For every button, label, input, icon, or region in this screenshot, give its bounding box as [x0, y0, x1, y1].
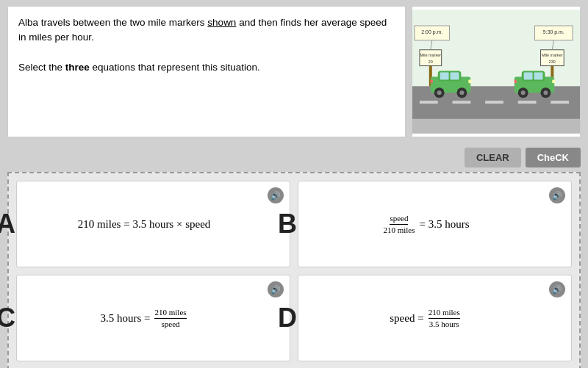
eq-c-left: 3.5 hours =	[100, 312, 150, 325]
audio-button-d[interactable]: 🔊	[549, 281, 565, 297]
svg-point-39	[543, 90, 548, 95]
toolbar: CLEAR CheCK	[0, 143, 588, 172]
svg-rect-7	[412, 119, 580, 134]
eq-b-equals: = 3.5 hours	[420, 218, 470, 231]
audio-button-c[interactable]: 🔊	[268, 281, 284, 297]
problem-line1: Alba travels between the two mile marker…	[18, 15, 395, 46]
check-button[interactable]: CheCK	[526, 148, 581, 167]
scene-panel: 2:00 p.m. Mile marker 20 5:30 p.m. Mile …	[412, 6, 581, 137]
label-b: B	[278, 209, 297, 239]
shown-link[interactable]: shown	[207, 17, 236, 28]
eq-d-left: speed =	[390, 312, 423, 325]
svg-rect-35	[534, 72, 543, 79]
answer-area: A 🔊 210 miles = 3.5 hours × speed B 🔊 sp…	[7, 172, 581, 368]
clear-button[interactable]: CLEAR	[465, 148, 521, 167]
fraction-d: 210 miles 3.5 hours	[429, 308, 460, 328]
svg-text:Mile marker: Mile marker	[542, 53, 563, 57]
bold-three: three	[65, 62, 90, 73]
equation-b: speed 210 miles = 3.5 hours	[381, 214, 469, 234]
answer-card-a[interactable]: A 🔊 210 miles = 3.5 hours × speed	[16, 181, 290, 267]
svg-rect-25	[451, 72, 459, 79]
equation-d: speed = 210 miles 3.5 hours	[390, 308, 461, 328]
svg-rect-41	[514, 79, 517, 83]
answer-card-d[interactable]: D 🔊 speed = 210 miles 3.5 hours	[298, 275, 572, 361]
answer-card-c[interactable]: C 🔊 3.5 hours = 210 miles speed	[16, 275, 290, 361]
svg-text:2:00 p.m.: 2:00 p.m.	[421, 29, 442, 35]
fraction-b-numerator: speed	[390, 214, 408, 224]
label-a: A	[0, 209, 15, 239]
equation-a: 210 miles = 3.5 hours × speed	[78, 218, 211, 231]
label-c: C	[0, 303, 15, 333]
fraction-c-denominator: speed	[161, 319, 179, 328]
svg-text:20: 20	[429, 59, 433, 64]
fraction-b-denominator: 210 miles	[383, 225, 415, 234]
problem-text: Alba travels between the two mile marker…	[7, 6, 406, 137]
eq-a-text: 210 miles = 3.5 hours × speed	[78, 218, 211, 231]
fraction-c: 210 miles speed	[154, 308, 186, 328]
svg-rect-40	[552, 79, 555, 83]
svg-text:5:30 p.m.: 5:30 p.m.	[543, 29, 564, 35]
svg-rect-31	[431, 79, 433, 83]
audio-button-b[interactable]: 🔊	[549, 187, 565, 203]
svg-text:Mile marker: Mile marker	[420, 53, 442, 57]
equation-c: 3.5 hours = 210 miles speed	[100, 308, 187, 328]
svg-rect-24	[440, 72, 449, 79]
svg-rect-3	[453, 101, 471, 104]
road-scene-svg: 2:00 p.m. Mile marker 20 5:30 p.m. Mile …	[412, 7, 580, 137]
audio-button-a[interactable]: 🔊	[268, 187, 284, 203]
svg-rect-4	[485, 101, 503, 104]
svg-point-29	[459, 90, 464, 95]
fraction-d-numerator: 210 miles	[429, 308, 460, 318]
svg-point-37	[521, 90, 526, 95]
svg-rect-5	[518, 101, 537, 104]
fraction-c-numerator: 210 miles	[154, 308, 186, 318]
svg-rect-34	[524, 72, 533, 79]
svg-rect-30	[468, 79, 471, 83]
problem-line2: Select the three equations that represen…	[18, 60, 395, 75]
svg-rect-6	[551, 101, 569, 104]
fraction-d-denominator: 3.5 hours	[429, 319, 459, 328]
svg-rect-2	[420, 101, 438, 104]
label-d: D	[278, 303, 297, 333]
svg-point-27	[437, 90, 442, 95]
answer-card-b[interactable]: B 🔊 speed 210 miles = 3.5 hours	[298, 181, 572, 267]
fraction-b: speed 210 miles	[383, 214, 415, 234]
svg-text:230: 230	[549, 59, 556, 64]
